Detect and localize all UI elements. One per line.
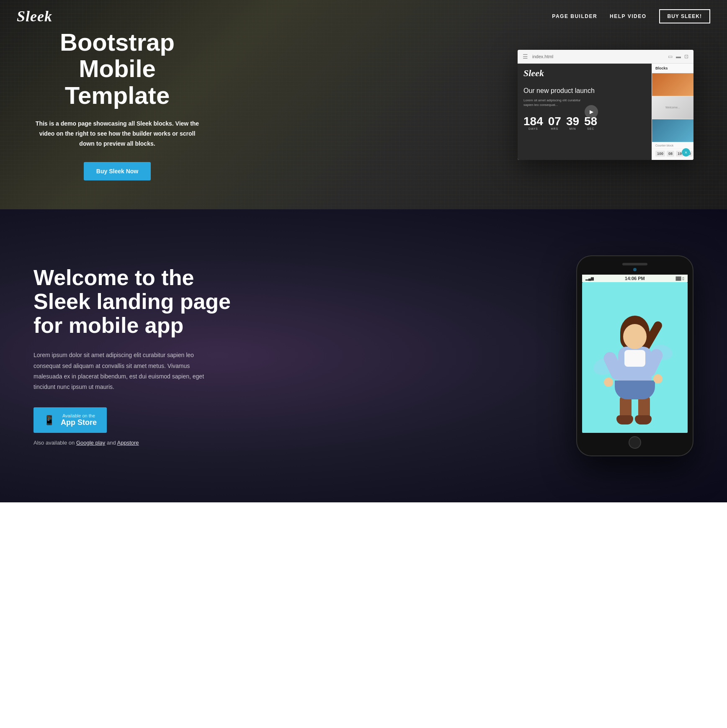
nav-links: PAGE BUILDER HELP VIDEO BUY SLEEK! xyxy=(552,9,710,23)
nav-link-page-builder[interactable]: PAGE BUILDER xyxy=(552,13,597,19)
browser-icon-mobile: ▭ xyxy=(668,54,673,59)
sidebar-mini-text: Counter block xyxy=(652,142,693,149)
countdown-min-label: MIN xyxy=(566,127,579,130)
appstore-link[interactable]: Appstore xyxy=(117,440,139,446)
hero-description: This is a demo page showcasing all Sleek… xyxy=(34,119,201,149)
character-illustration xyxy=(601,316,668,424)
phone-camera xyxy=(633,268,637,271)
mini-num-2: 08 xyxy=(667,151,674,157)
countdown-days: 184 DAYS xyxy=(523,116,543,130)
phone-speaker xyxy=(622,263,647,265)
phone-status-bar: ▂▄▆ 14:06 PM ▓▓ ▯ xyxy=(582,275,688,282)
browser-toolbar: ☰ index.html ▭ ▬ ⊡ xyxy=(518,50,693,64)
app-section: Welcome to the Sleek landing page for mo… xyxy=(0,209,727,502)
navbar: Sleek PAGE BUILDER HELP VIDEO BUY SLEEK! xyxy=(0,0,727,33)
char-face xyxy=(623,324,647,349)
sidebar-thumb-1 xyxy=(652,73,693,96)
countdown-min: 39 MIN xyxy=(566,116,579,130)
nav-logo[interactable]: Sleek xyxy=(17,8,52,25)
char-hand-right xyxy=(653,374,663,383)
countdown-min-num: 39 xyxy=(566,116,579,127)
browser-headline: Our new product launch xyxy=(523,87,646,95)
browser-mockup: ☰ index.html ▭ ▬ ⊡ Sleek Our new product… xyxy=(518,50,693,160)
play-button[interactable]: ▶ xyxy=(585,105,598,118)
nav-link-help-video[interactable]: HELP VIDEO xyxy=(610,13,646,19)
countdown: 184 DAYS 07 HRS 39 MIN 58 xyxy=(518,116,652,130)
app-title: Welcome to the Sleek landing page for mo… xyxy=(34,266,243,338)
buy-sleek-button[interactable]: BUY SLEEK! xyxy=(659,9,710,23)
phone-home-button[interactable] xyxy=(629,436,641,449)
browser-icon-desktop: ⊡ xyxy=(684,54,688,59)
char-boot-right xyxy=(635,415,652,424)
app-store-text-group: Available on the App Store xyxy=(61,413,97,427)
browser-url: index.html xyxy=(532,54,664,59)
sidebar-close-button[interactable]: × xyxy=(682,148,690,157)
char-boot-left xyxy=(616,415,633,424)
browser-lorem: Lorem sit amet adipiscing elit curabitur… xyxy=(523,98,590,107)
mini-num-1: 100 xyxy=(655,151,665,157)
browser-main-content: Sleek Our new product launch Lorem sit a… xyxy=(518,64,652,160)
sidebar-blocks-header: Blocks xyxy=(652,64,693,73)
browser-sidebar: Blocks Welcome... Counter block 100 08 1… xyxy=(652,64,693,160)
google-play-link[interactable]: Google play xyxy=(76,440,105,446)
browser-icon-tablet: ▬ xyxy=(676,54,681,59)
hero-cta-button[interactable]: Buy Sleek Now xyxy=(84,162,151,180)
phone-time: 14:06 PM xyxy=(625,276,645,281)
countdown-hrs: 07 HRS xyxy=(548,116,561,130)
sidebar-thumb-2: Welcome... xyxy=(652,96,693,119)
char-skirt xyxy=(615,381,655,399)
countdown-hrs-num: 07 xyxy=(548,116,561,127)
hero-text: Bootstrap Mobile Template This is a demo… xyxy=(34,29,201,181)
app-store-button[interactable]: 📱 Available on the App Store xyxy=(34,407,107,433)
phone-battery: ▓▓ ▯ xyxy=(675,276,684,280)
char-hand-left xyxy=(604,378,613,387)
sidebar-thumb-2-text: Welcome... xyxy=(665,106,680,109)
app-store-small-text: Available on the xyxy=(61,413,97,418)
browser-inner-logo: Sleek xyxy=(518,64,652,83)
app-text: Welcome to the Sleek landing page for mo… xyxy=(34,266,243,446)
browser-window-icons: ▭ ▬ ⊡ xyxy=(668,54,688,59)
countdown-days-num: 184 xyxy=(523,116,543,127)
app-also-available: Also available on Google play and Appsto… xyxy=(34,440,243,446)
phone-signal: ▂▄▆ xyxy=(585,276,594,280)
phone-mockup: ▂▄▆ 14:06 PM ▓▓ ▯ xyxy=(576,255,693,456)
hero-title: Bootstrap Mobile Template xyxy=(34,29,201,109)
app-store-phone-icon: 📱 xyxy=(44,415,55,426)
app-description: Lorem ipsum dolor sit amet adipiscing el… xyxy=(34,350,218,392)
countdown-hrs-label: HRS xyxy=(548,127,561,130)
browser-menu-icon: ☰ xyxy=(523,53,528,60)
phone-screen xyxy=(582,282,688,433)
countdown-days-label: DAYS xyxy=(523,127,543,130)
app-store-large-text: App Store xyxy=(61,418,97,427)
browser-body: Sleek Our new product launch Lorem sit a… xyxy=(518,64,693,160)
countdown-sec-label: SEC xyxy=(584,127,597,130)
sidebar-thumb-3 xyxy=(652,119,693,142)
char-shirt xyxy=(624,350,645,367)
